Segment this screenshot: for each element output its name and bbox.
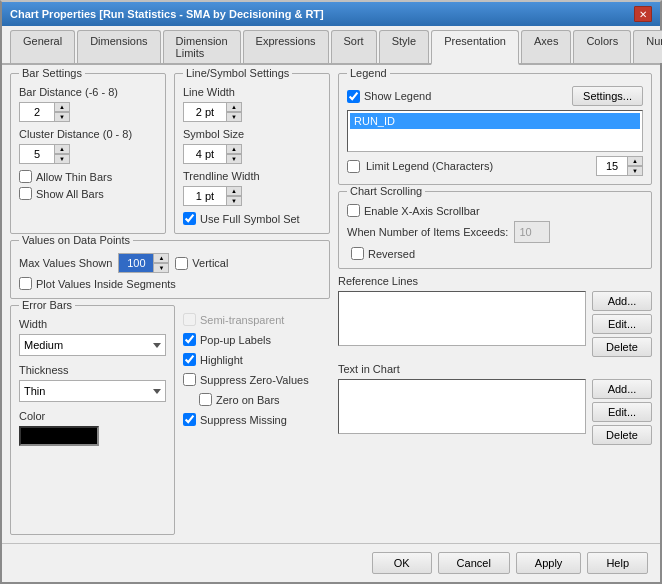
line-symbol-group: Line/Symbol Settings Line Width ▲ ▼ xyxy=(174,73,330,234)
tab-dimension-limits[interactable]: Dimension Limits xyxy=(163,30,241,63)
text-in-chart-buttons: Add... Edit... Delete xyxy=(592,379,652,445)
limit-legend-input[interactable] xyxy=(596,156,628,176)
show-legend-label: Show Legend xyxy=(364,90,431,102)
line-width-down[interactable]: ▼ xyxy=(226,112,242,122)
allow-thin-bars-row: Allow Thin Bars xyxy=(19,170,157,183)
ok-button[interactable]: OK xyxy=(372,552,432,574)
color-label: Color xyxy=(19,410,166,422)
legend-content: Show Legend Settings... RUN_ID Limit Leg… xyxy=(347,86,643,176)
zero-on-bars-checkbox[interactable] xyxy=(199,393,212,406)
tab-style[interactable]: Style xyxy=(379,30,429,63)
tabs-row: General Dimensions Dimension Limits Expr… xyxy=(2,26,660,65)
chart-scrolling-label: Chart Scrolling xyxy=(347,185,425,197)
tab-presentation[interactable]: Presentation xyxy=(431,30,519,65)
tab-expressions[interactable]: Expressions xyxy=(243,30,329,63)
enable-scrollbar-row: Enable X-Axis Scrollbar xyxy=(347,204,643,217)
trendline-width-spinner: ▲ ▼ xyxy=(183,186,242,206)
enable-scrollbar-checkbox[interactable] xyxy=(347,204,360,217)
thickness-dropdown[interactable]: Thin Medium Thick xyxy=(19,380,166,402)
text-delete-button[interactable]: Delete xyxy=(592,425,652,445)
symbol-size-input[interactable] xyxy=(183,144,227,164)
text-in-chart-textarea[interactable] xyxy=(338,379,586,434)
tab-colors[interactable]: Colors xyxy=(573,30,631,63)
tab-general[interactable]: General xyxy=(10,30,75,63)
legend-group-label: Legend xyxy=(347,67,390,79)
trendline-width-row: ▲ ▼ xyxy=(183,186,321,206)
suppress-missing-checkbox[interactable] xyxy=(183,413,196,426)
symbol-size-up[interactable]: ▲ xyxy=(226,144,242,154)
limit-legend-label: Limit Legend (Characters) xyxy=(366,160,493,172)
help-button[interactable]: Help xyxy=(587,552,648,574)
limit-legend-down[interactable]: ▼ xyxy=(627,166,643,176)
popup-labels-checkbox[interactable] xyxy=(183,333,196,346)
line-width-input[interactable] xyxy=(183,102,227,122)
exceeds-input[interactable] xyxy=(514,221,550,243)
limit-legend-up[interactable]: ▲ xyxy=(627,156,643,166)
error-bars-section: Width Medium Narrow Wide Thickness Thin xyxy=(19,318,166,446)
max-values-input[interactable] xyxy=(118,253,154,273)
cluster-distance-input[interactable] xyxy=(19,144,55,164)
use-full-symbol-checkbox[interactable] xyxy=(183,212,196,225)
semi-transparent-checkbox[interactable] xyxy=(183,313,196,326)
limit-legend-row: Limit Legend (Characters) ▲ ▼ xyxy=(347,156,643,176)
text-edit-button[interactable]: Edit... xyxy=(592,402,652,422)
line-width-spin-buttons: ▲ ▼ xyxy=(226,102,242,122)
reference-delete-button[interactable]: Delete xyxy=(592,337,652,357)
highlight-checkbox[interactable] xyxy=(183,353,196,366)
highlight-row: Highlight xyxy=(183,353,330,366)
bar-distance-input[interactable] xyxy=(19,102,55,122)
text-add-button[interactable]: Add... xyxy=(592,379,652,399)
plot-inside-checkbox[interactable] xyxy=(19,277,32,290)
show-all-bars-label: Show All Bars xyxy=(36,188,104,200)
reference-lines-textarea[interactable] xyxy=(338,291,586,346)
top-settings-row: Bar Settings Bar Distance (-6 - 8) ▲ ▼ xyxy=(10,73,330,234)
legend-settings-button[interactable]: Settings... xyxy=(572,86,643,106)
cluster-distance-down[interactable]: ▼ xyxy=(54,154,70,164)
suppress-zero-checkbox[interactable] xyxy=(183,373,196,386)
width-dropdown[interactable]: Medium Narrow Wide xyxy=(19,334,166,356)
legend-list[interactable]: RUN_ID xyxy=(347,110,643,152)
line-width-up[interactable]: ▲ xyxy=(226,102,242,112)
bar-distance-spinner: ▲ ▼ xyxy=(19,102,70,122)
reversed-checkbox[interactable] xyxy=(351,247,364,260)
symbol-size-down[interactable]: ▼ xyxy=(226,154,242,164)
trendline-width-up[interactable]: ▲ xyxy=(226,186,242,196)
cluster-distance-up[interactable]: ▲ xyxy=(54,144,70,154)
cancel-button[interactable]: Cancel xyxy=(438,552,510,574)
tab-dimensions[interactable]: Dimensions xyxy=(77,30,160,63)
max-values-spinner: ▲ ▼ xyxy=(118,253,169,273)
show-all-bars-checkbox[interactable] xyxy=(19,187,32,200)
max-values-up[interactable]: ▲ xyxy=(153,253,169,263)
bottom-bar: OK Cancel Apply Help xyxy=(2,543,660,582)
max-values-label: Max Values Shown xyxy=(19,257,112,269)
legend-item[interactable]: RUN_ID xyxy=(350,113,640,129)
cluster-distance-label: Cluster Distance (0 - 8) xyxy=(19,128,157,140)
trendline-width-down[interactable]: ▼ xyxy=(226,196,242,206)
vertical-label: Vertical xyxy=(192,257,228,269)
bar-distance-up[interactable]: ▲ xyxy=(54,102,70,112)
close-button[interactable]: ✕ xyxy=(634,6,652,22)
apply-button[interactable]: Apply xyxy=(516,552,582,574)
values-group: Values on Data Points Max Values Shown ▲… xyxy=(10,240,330,299)
symbol-size-spin-buttons: ▲ ▼ xyxy=(226,144,242,164)
reference-edit-button[interactable]: Edit... xyxy=(592,314,652,334)
tab-number[interactable]: Number xyxy=(633,30,662,63)
allow-thin-bars-checkbox[interactable] xyxy=(19,170,32,183)
show-legend-checkbox[interactable] xyxy=(347,90,360,103)
max-values-down[interactable]: ▼ xyxy=(153,263,169,273)
limit-legend-checkbox[interactable] xyxy=(347,160,360,173)
symbol-size-spinner: ▲ ▼ xyxy=(183,144,242,164)
limit-legend-spinner: ▲ ▼ xyxy=(596,156,643,176)
reference-add-button[interactable]: Add... xyxy=(592,291,652,311)
error-bars-group: Error Bars Width Medium Narrow Wide Thic… xyxy=(10,305,175,535)
bar-distance-down[interactable]: ▼ xyxy=(54,112,70,122)
color-picker[interactable] xyxy=(19,426,99,446)
trendline-width-input[interactable] xyxy=(183,186,227,206)
tab-sort[interactable]: Sort xyxy=(331,30,377,63)
tab-axes[interactable]: Axes xyxy=(521,30,571,63)
symbol-size-label: Symbol Size xyxy=(183,128,321,140)
right-checkboxes: Semi-transparent Pop-up Labels Highlight… xyxy=(183,305,330,535)
vertical-checkbox[interactable] xyxy=(175,257,188,270)
bar-distance-spin-buttons: ▲ ▼ xyxy=(54,102,70,122)
width-label: Width xyxy=(19,318,166,330)
